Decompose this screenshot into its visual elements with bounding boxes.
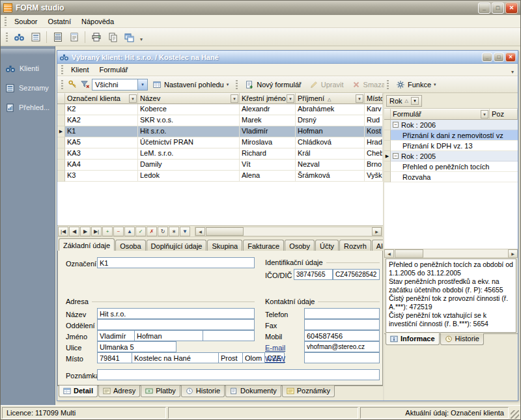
form-row[interactable]: Přiznání k DPH vz. 13 [384, 141, 518, 151]
tab-skupina[interactable]: Skupina [207, 240, 242, 251]
forms-button[interactable] [66, 30, 81, 44]
forms-horizontal-scrollbar[interactable]: ◀ ▶ [384, 249, 518, 258]
client-row[interactable]: KA2 SKR v.o.s. Marek Drsný Rud [57, 115, 383, 126]
nav-last-button[interactable]: ▶| [91, 227, 102, 236]
tab-osoby[interactable]: Osoby [285, 240, 315, 251]
tab-historie[interactable]: Historie [181, 385, 225, 397]
scroll-left-icon[interactable]: ◀ [195, 227, 205, 236]
minimize-button[interactable]: _ [478, 3, 490, 14]
grid-horizontal-scrollbar[interactable]: ◀ ▶ [195, 227, 382, 236]
nav-refresh-button[interactable]: ↻ [158, 227, 168, 236]
maximize-button[interactable]: □ [492, 3, 504, 14]
delete-form-button[interactable]: Smazat [348, 78, 384, 91]
form-group-row-2005[interactable]: ▶ − Rok : 2005 [384, 151, 518, 161]
dic-input[interactable] [333, 269, 380, 280]
form-row[interactable]: Přehled o peněžních tocích [384, 161, 518, 172]
tab-detail[interactable]: Detail [59, 385, 98, 397]
www-input[interactable] [304, 352, 380, 363]
menu-grip[interactable] [61, 65, 63, 74]
client-window-titlebar[interactable]: Vybraný klient: Hit s.r.o. / Kostelec na… [57, 51, 518, 64]
scroll-right-icon[interactable]: ▶ [372, 227, 382, 236]
toolbar-grip[interactable] [387, 80, 389, 89]
mesto-input[interactable] [132, 352, 219, 363]
titul-input[interactable] [203, 330, 255, 341]
tab-dokumenty[interactable]: Dokumenty [225, 385, 281, 397]
nav-cancel-button[interactable]: ✗ [147, 227, 157, 236]
tab-platby[interactable]: Platby [141, 385, 180, 397]
tab-informace[interactable]: Informace [386, 333, 440, 345]
mobil-input[interactable] [304, 330, 380, 341]
tab-ucty[interactable]: Účty [315, 240, 339, 251]
scroll-right-icon[interactable]: ▶ [508, 249, 518, 258]
poznamka-input[interactable] [97, 369, 380, 380]
column-header-formular[interactable]: Formulář ▼ [391, 109, 490, 120]
filter-dropdown-icon[interactable]: ▼ [411, 97, 419, 105]
toolbar-overflow-icon[interactable]: ▾ [137, 31, 145, 44]
okres-input[interactable] [218, 352, 243, 363]
tab-fakturace[interactable]: Fakturace [243, 240, 284, 251]
client-row[interactable]: K3 Ledok Alena Šrámková Vyšk [57, 171, 383, 182]
nazev-input[interactable] [97, 308, 255, 319]
column-header-prijmeni[interactable]: Příjmení △ ▼ [296, 93, 365, 104]
nav-prior-button[interactable]: ◀ [69, 227, 79, 236]
scroll-left-icon[interactable]: ◀ [384, 249, 394, 258]
collapse-icon[interactable]: − [393, 122, 399, 128]
windows-button[interactable] [121, 30, 136, 44]
new-form-button[interactable]: Nový formulář [242, 78, 304, 91]
scrollbar-thumb[interactable] [395, 249, 423, 258]
email-input[interactable] [304, 341, 380, 352]
title-bar[interactable]: FORM studio _ □ ✕ [1, 1, 520, 15]
filter-dropdown-icon[interactable]: ▼ [129, 94, 137, 103]
view-settings-button[interactable]: Nastavení pohledu ▾ [149, 78, 232, 91]
ulice-input[interactable] [97, 341, 176, 352]
toolbar-grip[interactable] [61, 80, 63, 89]
nav-edit-button[interactable]: ▲ [124, 227, 135, 236]
menu-napoveda[interactable]: Nápověda [76, 16, 119, 27]
client-row[interactable]: K2 Koberce Alexandr Abrahámek Karv [57, 104, 383, 115]
column-header-krestni-jmeno[interactable]: Křestní jméno ▼ [240, 93, 296, 104]
sidebar-item-klienti[interactable]: Klienti [1, 59, 55, 78]
column-header-poznamka[interactable]: Poz [490, 109, 518, 120]
menu-overflow-icon[interactable]: ▾ [509, 63, 516, 76]
combo-dropdown-icon[interactable]: ▼ [137, 79, 147, 90]
www-link-label[interactable]: WWW [265, 355, 285, 363]
nav-filter-button[interactable]: ▼ [180, 227, 190, 236]
nav-insert-button[interactable]: + [102, 227, 113, 236]
resize-grip[interactable] [511, 410, 519, 419]
filter-dropdown-icon[interactable]: ▼ [231, 94, 238, 103]
column-header-oznaceni-klienta[interactable]: Označení klienta ▼ [65, 93, 138, 104]
tab-historie-forms[interactable]: Historie [440, 333, 484, 345]
fax-input[interactable] [304, 319, 380, 330]
client-row[interactable]: KA4 Damily Vít Nezval Brno [57, 160, 383, 171]
tab-osoba[interactable]: Osoba [115, 240, 145, 251]
menu-grip[interactable] [5, 17, 7, 26]
filter-dropdown-icon[interactable]: ▼ [481, 110, 488, 119]
nav-next-button[interactable]: ▶ [80, 227, 91, 236]
edit-form-button[interactable]: Upravit [306, 78, 347, 91]
oznaceni-input[interactable] [97, 257, 255, 268]
calculator-button[interactable] [50, 30, 65, 44]
key-button[interactable] [67, 77, 78, 92]
form-row[interactable]: Rozvaha [384, 172, 518, 182]
column-header-nazev[interactable]: Název ▼ [138, 93, 240, 104]
tab-doplnujici-udaje[interactable]: Doplňující údaje [147, 240, 207, 251]
telefon-input[interactable] [304, 308, 380, 319]
functions-button[interactable]: Funkce ▾ [393, 78, 440, 91]
column-header-misto[interactable]: Místo [365, 93, 383, 104]
menu-formular[interactable]: Formulář [94, 64, 134, 75]
toolbar-grip[interactable] [6, 33, 8, 42]
close-button[interactable]: ✕ [505, 53, 516, 62]
scrollbar-thumb[interactable] [206, 227, 244, 236]
find-client-button[interactable] [12, 30, 27, 44]
nav-delete-button[interactable]: − [113, 227, 124, 236]
nav-post-button[interactable]: ✓ [135, 227, 146, 236]
client-filter-combobox[interactable]: Všichni ▼ [92, 79, 148, 91]
kraj-input[interactable] [242, 352, 265, 363]
tab-rozvrh[interactable]: Rozvrh [339, 240, 371, 251]
email-link-label[interactable]: E-mail [265, 344, 285, 352]
client-row[interactable]: KA5 Účetnictví PRAN Miroslava Chládková … [57, 137, 383, 148]
client-row-selected[interactable]: ▶ K1 Hit s.r.o. Vladimír Hofman Kost [57, 126, 383, 137]
sidebar-item-seznamy[interactable]: Seznamy [1, 78, 55, 98]
prijmeni-input[interactable] [134, 330, 203, 341]
form-row-selected[interactable]: Přiznání k dani z nemovitostí vz [384, 130, 518, 141]
